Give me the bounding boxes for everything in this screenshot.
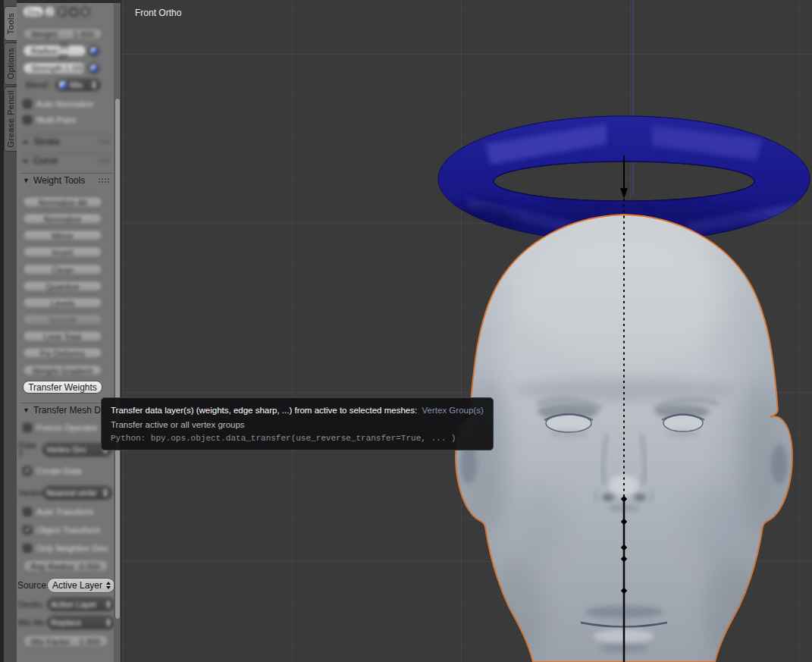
brush-fake-user-button[interactable]: F	[58, 6, 67, 17]
ray-radius-slider[interactable]: Ray Radius0.000	[23, 560, 108, 573]
freeze-operator-label: Freeze Operator	[36, 423, 98, 432]
create-data-label: Create Data	[36, 466, 81, 475]
destination-row: Destin. Active Layer	[17, 598, 115, 611]
tooltip-python: Python: bpy.ops.object.data_transfer(use…	[111, 434, 484, 443]
clean-button[interactable]: Clean	[23, 264, 102, 275]
tooltip-description: Transfer active or all vertex groups	[111, 420, 484, 429]
mirror-button[interactable]: Mirror	[23, 230, 102, 241]
tab-tools[interactable]: Tools	[4, 6, 17, 41]
mix-factor-row: Mix Factor1.000	[23, 635, 108, 648]
updown-arrows-icon	[92, 81, 97, 89]
tab-grease-pencil[interactable]: Grease Pencil	[4, 86, 17, 152]
multi-paint-row[interactable]: Multi-Paint	[23, 115, 108, 125]
auto-transform-label: Auto Transform	[36, 507, 93, 516]
levels-button[interactable]: Levels	[23, 297, 102, 309]
blend-dropdown[interactable]: Mix	[55, 79, 101, 91]
auto-transform-checkbox[interactable]	[23, 507, 32, 516]
freeze-operator-row[interactable]: Freeze Operator	[23, 422, 108, 433]
destination-label: Destin.	[17, 600, 47, 609]
toolshelf-tabs: Tools Options Grease Pencil	[0, 0, 17, 662]
curve-panel-header[interactable]: ► Curve	[20, 153, 112, 167]
source-dropdown[interactable]: Active Layer	[47, 578, 115, 593]
invert-button[interactable]: Invert	[23, 246, 102, 258]
weight-slider-row: Weight:1.000	[23, 28, 108, 40]
transfer-mesh-data-panel-header[interactable]: ▼ Transfer Mesh Data	[20, 403, 112, 416]
object-transform-label: Object Transform	[36, 526, 100, 535]
toolshelf-scrollbar-thumb[interactable]	[114, 98, 121, 620]
source-row: Source Active Layer	[17, 578, 115, 593]
panel-grip-icon	[98, 139, 111, 145]
quantize-button[interactable]: Quantize	[23, 281, 102, 292]
mix-mode-row: Mix Mo Replace	[17, 616, 115, 629]
normalize-button[interactable]: Normalize	[23, 213, 102, 224]
brush-selector-row: Dra 2 F + X	[23, 6, 108, 17]
tool-shelf: Dra 2 F + X Weight:1.000 Radius:35 px St…	[17, 0, 121, 662]
weight-tools-panel-header[interactable]: ▼ Weight Tools	[20, 173, 112, 187]
vertex-mapping-row: Vertex Nearest verte	[17, 486, 115, 500]
source-label: Source	[17, 580, 47, 591]
weight-slider[interactable]: Weight:1.000	[23, 28, 102, 40]
vertex-mapping-dropdown[interactable]: Nearest verte	[42, 486, 112, 500]
collapsed-arrow-icon: ►	[23, 157, 30, 165]
3d-scene	[121, 0, 812, 662]
view-name-label: Front Ortho	[135, 8, 181, 18]
tooltip: Transfer data layer(s) (weights, edge sh…	[101, 397, 494, 450]
blend-row: Blend: Mix	[23, 79, 108, 91]
create-data-row[interactable]: Create Data	[23, 466, 108, 476]
brush-button[interactable]: Dra	[23, 6, 44, 17]
stroke-panel-header[interactable]: ► Stroke	[20, 134, 112, 148]
ray-radius-row: Ray Radius0.000	[23, 560, 108, 573]
blend-label: Blend:	[26, 80, 49, 89]
3d-viewport[interactable]: Front Ortho	[121, 0, 812, 662]
fix-deforms-button[interactable]: Fix Deforms	[23, 347, 102, 359]
multi-paint-checkbox[interactable]	[23, 115, 32, 124]
expanded-arrow-icon: ▼	[23, 406, 30, 414]
smooth-button[interactable]: Smooth	[23, 314, 102, 325]
normalize-all-button[interactable]: Normalize All	[23, 196, 102, 208]
updown-arrows-icon	[103, 489, 108, 497]
brush-add-button[interactable]: +	[69, 6, 79, 17]
mix-factor-slider[interactable]: Mix Factor1.000	[23, 635, 108, 648]
updown-arrows-icon	[106, 601, 111, 608]
updown-arrows-icon	[106, 582, 111, 589]
auto-transform-row[interactable]: Auto Transform	[23, 507, 108, 517]
collapsed-arrow-icon: ►	[23, 138, 30, 146]
tooltip-value: Vertex Group(s)	[422, 406, 484, 415]
auto-normalize-label: Auto Normalize	[36, 99, 93, 108]
mix-mode-dropdown[interactable]: Replace	[47, 616, 115, 629]
freeze-operator-checkbox[interactable]	[23, 423, 32, 432]
radius-pressure-toggle[interactable]	[88, 45, 100, 57]
destination-dropdown[interactable]: Active Layer	[47, 598, 115, 611]
updown-arrows-icon	[106, 619, 111, 626]
limit-total-button[interactable]: Limit Total	[23, 331, 102, 342]
brush-count-button[interactable]: 2	[45, 6, 55, 17]
tab-options[interactable]: Options	[4, 42, 17, 85]
weight-gradient-button[interactable]: Weight Gradient	[23, 365, 102, 376]
pressure-icon	[91, 48, 97, 54]
create-data-checkbox[interactable]	[23, 466, 32, 475]
pressure-icon	[91, 65, 97, 71]
tooltip-title: Transfer data layer(s) (weights, edge sh…	[111, 406, 484, 415]
auto-normalize-row[interactable]: Auto Normalize	[23, 99, 108, 109]
panel-grip-icon	[98, 177, 111, 184]
object-transform-row[interactable]: Object Transform	[23, 525, 108, 535]
transfer-weights-button[interactable]: Transfer Weights	[23, 381, 102, 394]
strength-slider[interactable]: Strength:1.000	[23, 62, 86, 74]
only-neighbor-label: Only Neighbor Geom...	[36, 544, 108, 553]
strength-pressure-toggle[interactable]	[88, 62, 100, 74]
panel-grip-icon	[98, 158, 111, 164]
blend-thumbnail-icon	[59, 81, 67, 89]
auto-normalize-checkbox[interactable]	[23, 99, 32, 108]
vertex-mapping-label: Vertex	[17, 488, 42, 497]
strength-slider-row: Strength:1.000	[23, 62, 108, 74]
radius-slider-row: Radius:35 px	[23, 45, 108, 57]
region-divider	[121, 0, 121, 662]
only-neighbor-checkbox[interactable]	[23, 544, 32, 553]
expanded-arrow-icon: ▼	[23, 177, 30, 184]
brush-unlink-button[interactable]: X	[80, 6, 90, 17]
mix-mode-label: Mix Mo	[17, 618, 47, 627]
object-transform-checkbox[interactable]	[23, 526, 32, 535]
radius-slider[interactable]: Radius:35 px	[23, 45, 86, 57]
only-neighbor-row[interactable]: Only Neighbor Geom...	[23, 543, 108, 554]
data-type-label: Data T	[17, 441, 42, 459]
